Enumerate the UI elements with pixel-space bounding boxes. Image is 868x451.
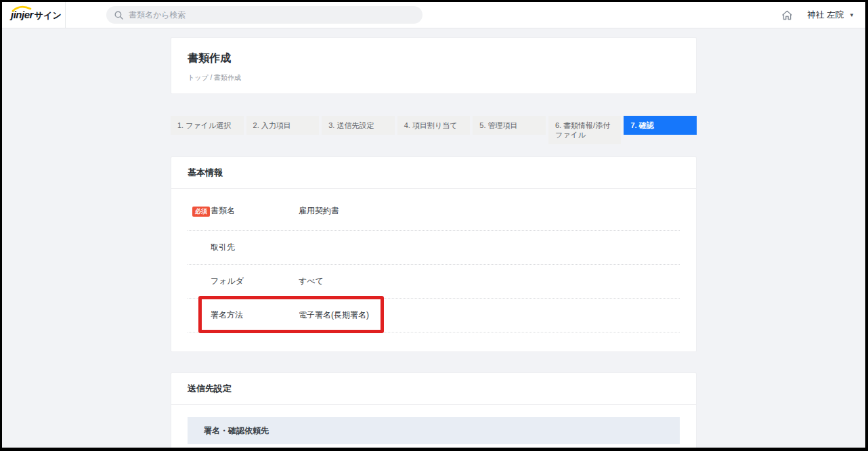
- row-signature-method: 署名方法 電子署名(長期署名): [188, 299, 680, 332]
- logo-swoosh-icon: [12, 5, 32, 12]
- content-column: 書類作成 トップ / 書類作成 1. ファイル選択 2. 入力項目 3. 送信先…: [171, 37, 697, 448]
- chevron-down-icon: ▼: [849, 12, 854, 18]
- breadcrumb-separator: /: [209, 74, 214, 81]
- tab-step-6-doc-info-attachments[interactable]: 6. 書類情報/添付ファイル: [548, 116, 622, 144]
- user-name: 神社 左院: [808, 9, 844, 21]
- top-bar: jinjerサイン 神社 左院 ▼: [2, 2, 865, 28]
- home-icon[interactable]: [781, 10, 793, 20]
- logo[interactable]: jinjerサイン: [2, 2, 66, 28]
- page-title-card: 書類作成 トップ / 書類作成: [171, 37, 697, 94]
- basic-info-card: 基本情報 必須 書類名 雇用契約書 取引先: [171, 156, 697, 352]
- tab-step-5-admin-items[interactable]: 5. 管理項目: [473, 116, 546, 135]
- destination-title: 送信先設定: [171, 373, 696, 405]
- basic-info-title: 基本情報: [171, 157, 696, 189]
- search-input[interactable]: [129, 10, 414, 20]
- page-body: 書類作成 トップ / 書類作成 1. ファイル選択 2. 入力項目 3. 送信先…: [2, 28, 865, 448]
- row-label: 書類名: [211, 205, 299, 217]
- row-business-partner: 取引先: [188, 231, 680, 265]
- row-value: 雇用契約書: [299, 205, 680, 217]
- destination-body: 署名・確認依頼先: [171, 405, 696, 444]
- search-icon: [114, 11, 123, 20]
- app-viewport: jinjerサイン 神社 左院 ▼: [2, 2, 865, 448]
- logo-text: jinjerサイン: [11, 9, 62, 22]
- row-value: 電子署名(長期署名): [299, 309, 680, 321]
- logo-suffix: サイン: [35, 10, 62, 20]
- signer-request-subsection-header: 署名・確認依頼先: [188, 417, 680, 444]
- search-bar[interactable]: [106, 6, 422, 24]
- step-tabs: 1. ファイル選択 2. 入力項目 3. 送信先設定 4. 項目割り当て 5. …: [171, 116, 697, 144]
- row-label: フォルダ: [211, 276, 299, 287]
- topbar-right: 神社 左院 ▼: [781, 9, 865, 21]
- tab-step-1-file-select[interactable]: 1. ファイル選択: [171, 116, 244, 135]
- row-value: すべて: [299, 276, 680, 287]
- tab-step-2-input-items[interactable]: 2. 入力項目: [246, 116, 320, 135]
- destination-card: 送信先設定 署名・確認依頼先: [171, 372, 697, 448]
- basic-info-rows: 必須 書類名 雇用契約書 取引先 フォルダ すべて: [171, 189, 696, 351]
- row-folder: フォルダ すべて: [188, 265, 680, 299]
- required-badge: 必須: [192, 207, 210, 217]
- page-title: 書類作成: [188, 51, 680, 66]
- user-menu[interactable]: 神社 左院 ▼: [808, 9, 854, 21]
- screenshot-frame: jinjerサイン 神社 左院 ▼: [0, 0, 868, 451]
- breadcrumb: トップ / 書類作成: [188, 73, 680, 83]
- breadcrumb-current: 書類作成: [214, 74, 241, 81]
- tab-step-4-field-assign[interactable]: 4. 項目割り当て: [397, 116, 471, 135]
- row-label: 署名方法: [211, 309, 299, 321]
- tab-step-3-destination[interactable]: 3. 送信先設定: [322, 116, 395, 135]
- row-label: 取引先: [211, 242, 299, 253]
- breadcrumb-top-link[interactable]: トップ: [188, 74, 209, 81]
- tab-step-7-confirm[interactable]: 7. 確認: [624, 116, 697, 135]
- row-document-name: 必須 書類名 雇用契約書: [188, 192, 680, 231]
